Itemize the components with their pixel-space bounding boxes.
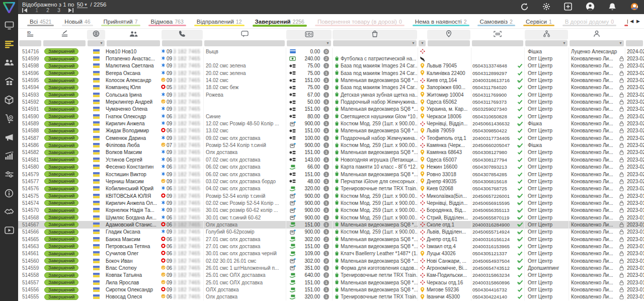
column-header-user[interactable]: [569, 30, 624, 40]
order-row-514559[interactable]: 514559ЗавершенийВлас Слотюу063 182 74652…: [18, 264, 644, 271]
app-logo-icon[interactable]: [0, 0, 18, 15]
order-row-514591[interactable]: 514591ЗавершенийЧумаченко Олена093 182 7…: [18, 106, 644, 113]
tab-7[interactable]: Повернення товару (в дорозі)0: [311, 14, 409, 28]
order-row-514563[interactable]: 514563ЗавершенийПетровська Тетяна063 182…: [18, 243, 644, 250]
tab-10[interactable]: Сервіси1: [519, 14, 558, 28]
order-row-514594[interactable]: 514594ЗавершенийКомпанец Юля053 182 7465…: [18, 84, 644, 91]
filter-delivery[interactable]: ▼: [419, 40, 426, 46]
account-icon[interactable]: [586, 2, 595, 11]
sidebar-item-products[interactable]: [0, 92, 18, 110]
page-2[interactable]: 2: [46, 8, 50, 13]
column-header-payment[interactable]: [286, 30, 332, 40]
column-header-date[interactable]: [625, 30, 643, 40]
order-row-514556[interactable]: 514556ЗавершенийСиротюк Олександр093 182…: [18, 286, 644, 293]
filter-city[interactable]: [428, 40, 470, 46]
column-header-id[interactable]: ID: [19, 30, 42, 40]
add-order-icon[interactable]: [564, 3, 572, 11]
sidebar-item-dropshipping[interactable]: [0, 110, 18, 129]
first-page-icon[interactable]: [22, 8, 28, 13]
order-row-514598[interactable]: 514598ЗавершенийМалютина Светлана093 182…: [18, 62, 644, 69]
tab-4[interactable]: Відмова763: [144, 14, 190, 28]
last-page-icon[interactable]: [68, 8, 73, 13]
column-header-manager[interactable]: [525, 30, 568, 40]
column-header-products[interactable]: [333, 30, 417, 40]
tab-2[interactable]: Новый46: [58, 14, 97, 28]
refresh-icon[interactable]: [520, 3, 529, 11]
column-header-ttn[interactable]: [471, 30, 524, 40]
tab-8[interactable]: Нема в наявності2: [409, 14, 473, 28]
filter-comment[interactable]: [204, 40, 285, 46]
order-row-514580[interactable]: 514580ЗавершенийФесенко Константин063 18…: [18, 164, 644, 171]
order-row-514560[interactable]: 514560ЗавершенийБокоч Иван093 182 746502…: [18, 257, 644, 264]
order-row-514586[interactable]: 514586ЗавершенийФіліпова Люба073 182 746…: [18, 141, 644, 148]
order-row-514716[interactable]: 514716ЗавершенийНов10 Нов10093 182 7465В…: [18, 48, 644, 55]
filter-payment[interactable]: ▼: [287, 40, 331, 46]
order-row-514570[interactable]: 514570ЗавершенийКорнелюк Надія Та...093 …: [18, 207, 644, 214]
tab-3[interactable]: Прийнятий7: [97, 14, 144, 28]
tab-11[interactable]: В дорозі додому0: [558, 14, 620, 28]
filter-id[interactable]: [19, 40, 41, 46]
order-row-514567[interactable]: 514567ЗавершенийАдамовский Станис...063 …: [18, 221, 644, 228]
order-row-514596[interactable]: 514596ЗавершенийВегера Оксана093 182 746…: [18, 69, 644, 77]
sidebar-item-warehouse[interactable]: [0, 73, 18, 92]
settings-gear-icon[interactable]: [542, 3, 550, 11]
notifications-bell-icon[interactable]: [608, 3, 616, 11]
tab-1[interactable]: Всі4521: [23, 14, 58, 28]
sidebar-item-statistics[interactable]: [0, 147, 18, 166]
filter-country[interactable]: ▼: [88, 40, 105, 46]
page-3[interactable]: 3: [57, 8, 61, 13]
sidebar-item-video[interactable]: [0, 222, 18, 241]
page-1[interactable]: 1: [35, 8, 39, 13]
filter-user[interactable]: ▼: [570, 40, 624, 46]
filter-products[interactable]: ▼: [333, 40, 417, 46]
order-row-514589[interactable]: 514589ЗавершенийКирилич Анжела093 182 74…: [18, 120, 644, 127]
order-row-514593[interactable]: 514593ЗавершенийСольська Ірина093 182 74…: [18, 91, 644, 98]
order-row-514566[interactable]: 514566ЗавершенийГладик Оксана093 182 746…: [18, 229, 644, 236]
filter-phone[interactable]: [162, 40, 202, 46]
filter-ttn[interactable]: [472, 40, 523, 46]
order-row-514579[interactable]: 514579ЗавершенийКостишин Виктор093 182 7…: [18, 171, 644, 178]
filter-manager[interactable]: ▼: [525, 40, 568, 46]
filter-status[interactable]: [43, 40, 86, 46]
order-row-514599[interactable]: 514599ЗавершенийПотапенко Анастас...093 …: [18, 55, 644, 62]
sidebar-item-dashboard[interactable]: [0, 17, 18, 36]
order-row-514590[interactable]: 514590ЗавершенийГнатюк Олексндр063 182 7…: [18, 113, 644, 120]
column-header-comment[interactable]: [204, 30, 285, 40]
sidebar-item-partners[interactable]: [0, 203, 18, 222]
order-row-514568[interactable]: 514568ЗавершенийШумляс Богдана Ан...063 …: [18, 214, 644, 221]
order-row-514576[interactable]: 514576ЗавершенийКобилинський Юрий063 182…: [18, 185, 644, 192]
sidebar-item-info[interactable]: [0, 185, 18, 203]
tab-12[interactable]: Повернення (завершений)125: [620, 14, 628, 28]
order-row-514555[interactable]: 514555ЗавершенийНовосад Олеся063 182 746…: [18, 293, 644, 300]
order-row-514574[interactable]: 514574ЗавершенийКирилич Анжела Ол...093 …: [18, 199, 644, 206]
tabs-scroll-left-icon[interactable]: ◀: [630, 19, 633, 24]
order-row-514587[interactable]: 514587ЗавершенийСеменюк Дарина093 182 74…: [18, 134, 644, 141]
sidebar-item-orders[interactable]: [0, 36, 18, 54]
column-header-delivery[interactable]: [418, 30, 426, 40]
order-row-514595[interactable]: 514595ЗавершенийКолосок Александр093 182…: [18, 77, 644, 84]
order-row-514558[interactable]: 514558ЗавершенийКовпак Татьяна093 182 74…: [18, 272, 644, 279]
column-header-country[interactable]: [87, 30, 105, 40]
order-row-514577[interactable]: 514577ЗавершенийЧерниш Максим093 182 746…: [18, 178, 644, 185]
order-row-514592[interactable]: 514592ЗавершенийМерклингер Андрей093 182…: [18, 98, 644, 105]
sidebar-item-marketing[interactable]: [0, 129, 18, 147]
tabs-scroll-right-icon[interactable]: ▶: [636, 19, 640, 24]
sidebar-item-clients[interactable]: [0, 54, 18, 73]
column-header-client[interactable]: [106, 30, 160, 40]
tab-6[interactable]: Завершений2256: [249, 14, 311, 28]
column-header-city[interactable]: [427, 30, 470, 40]
order-row-514561[interactable]: 514561ЗавершенийСучилов Олег063 182 7465…: [18, 250, 644, 257]
sidebar-item-tools[interactable]: [0, 166, 18, 185]
support-bell-icon[interactable]: [630, 3, 639, 11]
column-header-status[interactable]: [43, 30, 86, 40]
order-row-514582[interactable]: 514582ЗавершенийВолков Максим093 182 746…: [18, 149, 644, 156]
per-page-dropdown[interactable]: 50▼: [77, 2, 88, 8]
filter-client[interactable]: [107, 40, 160, 46]
tab-9[interactable]: Самовивіз2: [473, 14, 519, 28]
order-row-514565[interactable]: 514565ЗавершенийБаюка Максим063 182 7465…: [18, 236, 644, 243]
order-row-514575[interactable]: 514575ЗавершенийКВІТОВСЬКА ЮЛІЯ093 182 7…: [18, 192, 644, 199]
order-row-514581[interactable]: 514581ЗавершенийУстинов Сергей063 182 74…: [18, 156, 644, 163]
order-row-514557[interactable]: 514557ЗавершенийЛила Ярослав093 182 7465…: [18, 279, 644, 286]
order-row-514588[interactable]: 514588ЗавершенийЖидак Володимир063 182 7…: [18, 127, 644, 134]
tab-5[interactable]: Відправлений12: [190, 14, 249, 28]
